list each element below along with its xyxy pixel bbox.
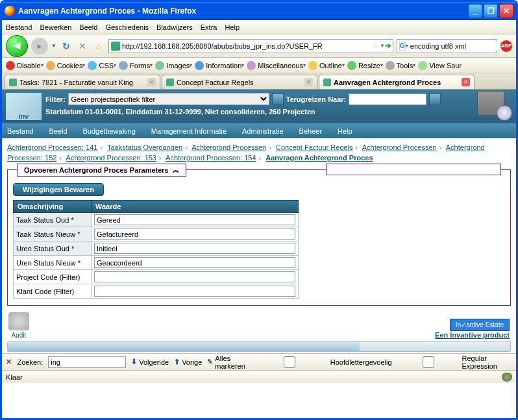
save-button[interactable]: Wijzigingen Bewaren — [13, 183, 104, 196]
params-table: Omschrijving Waarde Taak Status Oud * Ta… — [13, 200, 299, 299]
matchcase-checkbox[interactable] — [251, 356, 328, 368]
wd-miscellaneous[interactable]: Miscellaneous ▾ — [247, 61, 306, 70]
table-row: Klant Code (Filter) — [14, 284, 299, 299]
find-markall-button[interactable]: ✎ Alles markeren — [207, 354, 245, 370]
col-omschrijving: Omschrijving — [14, 201, 92, 213]
param-label: Taak Status Oud * — [14, 213, 92, 227]
filter-apply-button[interactable] — [272, 93, 284, 105]
tab-close-icon[interactable]: × — [304, 78, 313, 86]
param-input-project-code[interactable] — [94, 271, 295, 282]
fieldset-tab-empty[interactable] — [326, 164, 501, 175]
back-button[interactable]: ◄ — [6, 35, 28, 57]
param-input-taak-status-nieuw[interactable] — [94, 229, 295, 240]
appmenu-help[interactable]: Help — [338, 127, 352, 135]
wd-disable[interactable]: Disable ▾ — [6, 61, 43, 70]
crumb-link[interactable]: Achtergrond Processen — [191, 143, 266, 151]
maximize-button[interactable]: ❐ — [484, 4, 498, 18]
wd-forms[interactable]: Forms ▾ — [119, 61, 153, 70]
wd-tools[interactable]: Tools ▾ — [386, 61, 416, 70]
forward-button[interactable]: ► — [31, 38, 48, 55]
wd-images[interactable]: Images ▾ — [155, 61, 192, 70]
param-input-uren-status-nieuw[interactable] — [94, 257, 295, 268]
tab-aanvragen[interactable]: Aanvragen Achtergrond Proces × — [319, 75, 475, 89]
firebug-icon[interactable] — [502, 373, 512, 382]
find-input[interactable] — [48, 356, 126, 368]
menu-bestand[interactable]: Bestand — [6, 23, 32, 31]
wd-resize[interactable]: Resize ▾ — [347, 61, 383, 70]
search-box[interactable]: G ▾ 🔍 — [397, 39, 497, 53]
bookmark-star-icon[interactable]: ☆ — [372, 42, 378, 50]
appmenu-beheer[interactable]: Beheer — [299, 127, 322, 135]
crumb-link[interactable]: Taakstatus Overgangen — [107, 143, 182, 151]
search-engine-dropdown[interactable]: ▾ — [406, 43, 408, 49]
app-logo: inv — [6, 93, 42, 120]
appmenu-budget[interactable]: Budgetbewaking — [83, 127, 136, 135]
adblock-icon[interactable]: ABP — [500, 40, 512, 52]
travel-go-button[interactable] — [429, 93, 441, 105]
url-bar[interactable]: ☆ ▼ ➔ — [108, 39, 393, 53]
horizontal-scrollbar[interactable] — [7, 341, 511, 352]
find-prev-button[interactable]: ⬆Vorige — [174, 358, 202, 366]
find-label: Zoeken: — [17, 358, 43, 366]
fieldset-legend[interactable]: Opvoeren Achtergrond Proces Parameters ︽ — [17, 164, 186, 177]
menu-bewerken[interactable]: Bewerken — [40, 23, 71, 31]
find-next-button[interactable]: ⬇Volgende — [131, 358, 169, 366]
appmenu-mgmt[interactable]: Management Informatie — [151, 127, 227, 135]
crumb-link[interactable]: Achtergrond Processen — [362, 143, 437, 151]
arrow-down-icon: ⬇ — [131, 358, 137, 366]
param-input-taak-status-oud[interactable] — [94, 214, 295, 225]
collapse-icon[interactable]: ︽ — [173, 166, 179, 175]
tab-icon — [9, 79, 17, 86]
appmenu-beeld[interactable]: Beeld — [49, 127, 67, 135]
tab-tasks[interactable]: Tasks: 7821 - Facturatie vanuit King × — [5, 75, 160, 89]
tab-title: Concept Factuur Regels — [177, 79, 304, 86]
audit-link[interactable]: Audit — [8, 312, 29, 339]
crumb-link[interactable]: Achtergrond Processen: 153 — [66, 154, 156, 162]
history-dropdown[interactable]: ▼ — [51, 43, 56, 49]
tab-close-icon[interactable]: × — [462, 78, 470, 86]
search-engine-icon[interactable]: G — [399, 42, 406, 51]
menu-extra[interactable]: Extra — [201, 23, 217, 31]
menu-help[interactable]: Help — [225, 23, 240, 31]
menu-geschiedenis[interactable]: Geschiedenis — [105, 23, 149, 31]
crumb-link[interactable]: Achtergrond Processen: 154 — [166, 154, 256, 162]
minimize-button[interactable]: _ — [468, 4, 482, 18]
wd-viewsource[interactable]: View Sour — [418, 61, 462, 70]
wd-cookies[interactable]: Cookies ▾ — [46, 61, 86, 70]
home-button[interactable]: ⌂ — [92, 40, 105, 53]
tab-close-icon[interactable]: × — [147, 78, 156, 86]
crumb-link[interactable]: Achtergrond Processen: 141 — [7, 143, 97, 151]
status-bar: Klaar — [2, 370, 516, 383]
regex-checkbox[interactable] — [397, 356, 460, 368]
app-footer: Audit In✓antive Estate Een Invantive pro… — [2, 310, 516, 341]
crumb-current: Aanvragen Achtergrond Proces — [265, 154, 373, 162]
filter-select[interactable]: Geen projectspecifiek filter — [68, 93, 269, 105]
menu-beeld[interactable]: Beeld — [79, 23, 97, 31]
webdev-toolbar: Disable ▾ Cookies ▾ CSS ▾ Forms ▾ Images… — [2, 58, 516, 73]
crumb-link[interactable]: Concept Factuur Regels — [276, 143, 353, 151]
reload-button[interactable]: ↻ — [60, 40, 73, 53]
highlight-icon: ✎ — [207, 358, 213, 366]
menu-bladwijzers[interactable]: Bladwijzers — [156, 23, 193, 31]
url-input[interactable] — [122, 42, 371, 50]
appmenu-admin[interactable]: Administratie — [242, 127, 284, 135]
appmenu-bestand[interactable]: Bestand — [7, 127, 33, 135]
param-input-uren-status-oud[interactable] — [94, 243, 295, 254]
search-input[interactable] — [410, 42, 500, 50]
param-input-klant-code[interactable] — [94, 286, 295, 297]
close-button[interactable]: ✕ — [499, 4, 513, 18]
stop-button[interactable]: ✕ — [76, 40, 89, 53]
scrollbar-thumb[interactable] — [8, 342, 360, 351]
wd-css[interactable]: CSS ▾ — [88, 61, 116, 70]
find-regex[interactable]: Regular Expression — [397, 354, 512, 370]
travel-input[interactable] — [349, 93, 426, 105]
findbar-close-icon[interactable]: ✕ — [6, 358, 12, 367]
tab-title: Aanvragen Achtergrond Proces — [334, 79, 462, 86]
go-button[interactable]: ➔ — [385, 42, 391, 50]
invantive-link[interactable]: Een Invantive product — [435, 331, 510, 339]
find-matchcase[interactable]: Hoofdlettergevoelig — [251, 356, 392, 368]
url-dropdown[interactable]: ▼ — [380, 43, 385, 49]
wd-information[interactable]: Information ▾ — [195, 61, 244, 70]
tab-concept[interactable]: Concept Factuur Regels × — [162, 75, 317, 89]
wd-outline[interactable]: Outline ▾ — [308, 61, 345, 70]
